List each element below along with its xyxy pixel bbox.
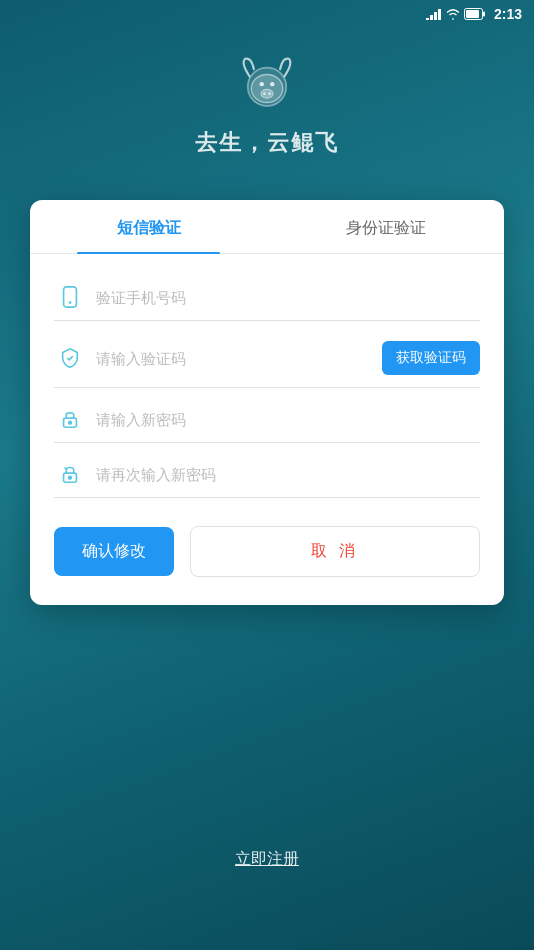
verify-code-field-row: 获取验证码 [54, 329, 480, 388]
new-password-input[interactable] [96, 411, 480, 428]
confirm-button[interactable]: 确认修改 [54, 527, 174, 576]
register-link[interactable]: 立即注册 [235, 849, 299, 870]
phone-icon [54, 286, 86, 308]
time-display: 2:13 [494, 6, 522, 22]
battery-icon [464, 8, 486, 20]
lock2-icon [54, 463, 86, 485]
confirm-password-input[interactable] [96, 466, 480, 483]
svg-marker-2 [434, 12, 437, 20]
svg-marker-0 [426, 18, 429, 20]
get-code-button[interactable]: 获取验证码 [382, 341, 480, 375]
confirm-password-field-row [54, 451, 480, 498]
svg-rect-14 [64, 287, 77, 307]
svg-point-13 [268, 92, 271, 95]
verify-code-input[interactable] [96, 350, 382, 367]
logo-text: 去生，云鲲飞 [195, 128, 339, 158]
signal-icon [426, 8, 442, 20]
action-row: 确认修改 取 消 [30, 506, 504, 577]
svg-point-9 [260, 82, 264, 86]
tab-sms[interactable]: 短信验证 [30, 200, 267, 253]
phone-input[interactable] [96, 289, 480, 306]
new-password-field-row [54, 396, 480, 443]
svg-point-11 [261, 89, 273, 98]
cancel-button[interactable]: 取 消 [190, 526, 480, 577]
status-bar: 2:13 [0, 0, 534, 28]
form-body: 获取验证码 [30, 274, 504, 498]
tab-bar: 短信验证 身份证验证 [30, 200, 504, 254]
status-icons: 2:13 [426, 6, 522, 22]
logo-area: 去生，云鲲飞 [195, 50, 339, 158]
lock-icon [54, 408, 86, 430]
svg-point-10 [270, 82, 274, 86]
svg-rect-5 [466, 10, 479, 18]
svg-point-20 [69, 476, 72, 479]
svg-point-17 [69, 421, 72, 424]
svg-rect-6 [483, 12, 485, 17]
phone-field-row [54, 274, 480, 321]
shield-icon [54, 347, 86, 369]
svg-marker-3 [438, 9, 441, 20]
dialog: 短信验证 身份证验证 获取验 [30, 200, 504, 605]
wifi-icon [446, 8, 460, 20]
svg-marker-1 [430, 15, 433, 20]
tab-id[interactable]: 身份证验证 [267, 200, 504, 253]
app-logo [232, 50, 302, 120]
svg-point-12 [263, 92, 266, 95]
